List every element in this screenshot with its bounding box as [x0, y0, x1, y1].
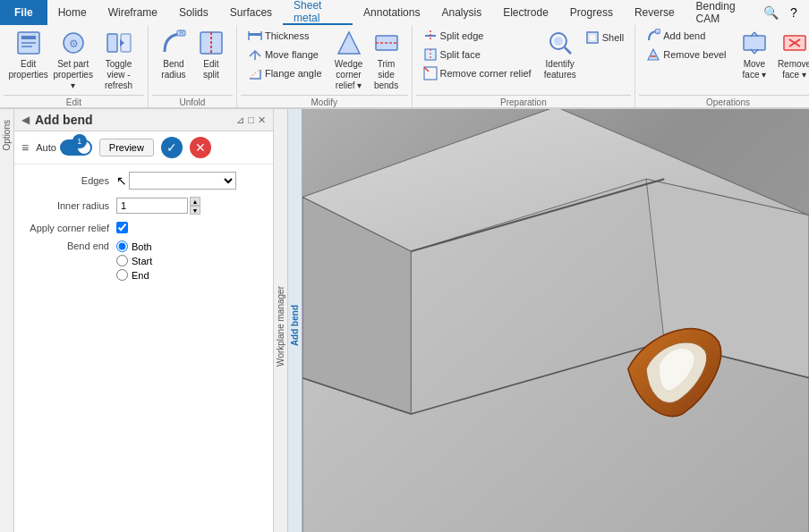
add-bend-sidebar-tab[interactable]: Add bend — [288, 109, 302, 532]
menu-progress[interactable]: Progress — [559, 0, 624, 25]
trim-side-bends-button[interactable]: Trim side bends — [369, 27, 404, 93]
bend-end-both-radio[interactable] — [116, 241, 128, 252]
apply-corner-relief-wrap — [116, 222, 128, 233]
bend-end-start-radio[interactable] — [116, 255, 128, 266]
remove-face-icon — [780, 29, 809, 57]
auto-label: Auto — [36, 142, 56, 153]
remove-face-button[interactable]: Remove face ▾ — [775, 27, 809, 82]
menu-reverse[interactable]: Reverse — [624, 0, 686, 25]
trim-side-bends-icon — [372, 29, 401, 57]
menu-surfaces[interactable]: Surfaces — [219, 0, 283, 25]
menu-annotations[interactable]: Annotations — [353, 0, 430, 25]
inner-radius-input[interactable] — [116, 198, 188, 214]
panel-pin-icon[interactable]: ⊿ — [236, 114, 244, 126]
menu-wireframe[interactable]: Wireframe — [98, 0, 168, 25]
move-flange-icon — [248, 47, 262, 62]
svg-marker-32 — [648, 49, 659, 60]
ribbon-right-icons: 🔍 ? — [762, 4, 809, 21]
shell-label: Shell — [602, 32, 624, 43]
split-edge-button[interactable]: Split edge — [420, 27, 535, 45]
ribbon-group-edit: Edit properties ⚙ Set part properties ▾ … — [0, 25, 149, 107]
bend-radius-label: Bend radius — [159, 59, 188, 80]
auto-toggle[interactable]: 1 — [60, 139, 92, 156]
edit-properties-label: Edit properties — [8, 59, 47, 80]
identify-features-label: Identify features — [544, 59, 576, 80]
wedge-corner-relief-button[interactable]: Wedge corner relief ▾ — [331, 27, 367, 93]
search-icon[interactable]: 🔍 — [762, 4, 779, 21]
menu-analysis[interactable]: Analysis — [430, 0, 492, 25]
hamburger-menu[interactable]: ≡ — [21, 140, 29, 155]
add-bend-ribbon-button[interactable]: + Add bend — [643, 27, 729, 45]
flange-angle-icon — [248, 66, 262, 80]
set-part-properties-button[interactable]: ⚙ Set part properties ▾ — [51, 27, 95, 93]
edges-field-row: Edges ↖ — [29, 172, 259, 190]
panel-back-icon[interactable]: ◀ — [21, 114, 30, 126]
add-bend-ribbon-label: Add bend — [663, 30, 705, 41]
move-face-label: Move face ▾ — [739, 59, 771, 80]
add-bend-sidebar-label: Add bend — [290, 305, 300, 346]
identify-features-button[interactable]: Identify features — [541, 27, 580, 82]
bend-end-end-radio[interactable] — [116, 269, 128, 281]
panel-fields: Edges ↖ Inner radius ▲ ▼ — [14, 165, 273, 288]
help-icon[interactable]: ? — [786, 4, 802, 21]
panel-close-icon[interactable]: ✕ — [258, 114, 266, 126]
svg-line-26 — [565, 47, 571, 54]
split-face-button[interactable]: Split face — [420, 46, 535, 63]
panel-expand-icon[interactable]: □ — [248, 114, 254, 126]
move-face-button[interactable]: Move face ▾ — [736, 27, 774, 82]
menu-electrode[interactable]: Electrode — [492, 0, 559, 25]
shell-button[interactable]: Shell — [582, 29, 627, 46]
edit-properties-button[interactable]: Edit properties — [7, 27, 49, 82]
menu-bendingcam[interactable]: Bending CAM — [686, 0, 762, 25]
ribbon: Edit properties ⚙ Set part properties ▾ … — [0, 25, 809, 109]
svg-rect-12 — [249, 33, 261, 36]
panel-header: ◀ Add bend ⊿ □ ✕ — [14, 109, 273, 131]
apply-corner-relief-row: Apply corner relief — [29, 222, 259, 233]
toggle-view-label: Toggle view - refresh — [100, 59, 137, 91]
bend-end-start-wrap: Start — [116, 255, 152, 266]
svg-marker-16 — [338, 32, 360, 54]
svg-text:⚙: ⚙ — [68, 38, 78, 50]
bend-end-row: Bend end Both Start End — [29, 241, 259, 281]
bend-end-both-wrap: Both — [116, 241, 152, 252]
spinner-down[interactable]: ▼ — [190, 206, 200, 215]
viewport[interactable] — [302, 109, 809, 532]
main-area: Options ◀ Add bend ⊿ □ ✕ ≡ Auto 1 — [0, 109, 809, 532]
svg-text:+: + — [657, 30, 660, 35]
cancel-button[interactable]: ✕ — [190, 137, 211, 158]
move-face-icon — [740, 29, 769, 57]
workplane-sidebar: Workplane manager — [274, 109, 288, 532]
shell-icon — [585, 30, 600, 45]
edit-split-button[interactable]: Edit split — [193, 27, 229, 82]
file-tab[interactable]: File — [0, 0, 47, 25]
menu-solids[interactable]: Solids — [168, 0, 219, 25]
unfold-group-label: Unfold — [152, 95, 233, 107]
thickness-icon — [248, 29, 262, 43]
confirm-button[interactable]: ✓ — [161, 137, 183, 158]
preview-button[interactable]: Preview — [99, 139, 154, 156]
apply-corner-relief-checkbox[interactable] — [116, 222, 128, 233]
ribbon-group-unfold: R Bend radius Edit split Unfold — [149, 25, 237, 107]
flange-angle-button[interactable]: Flange angle — [244, 64, 326, 82]
preparation-col-1: Split edge Split face Remove corner reli… — [420, 27, 535, 82]
bend-radius-button[interactable]: R Bend radius — [156, 27, 192, 82]
thickness-button[interactable]: Thickness — [244, 27, 326, 45]
remove-corner-relief-button[interactable]: Remove corner relief — [420, 64, 535, 82]
panel-controls: ⊿ □ ✕ — [236, 114, 266, 126]
menu-home[interactable]: Home — [47, 0, 98, 25]
move-flange-button[interactable]: Move flange — [244, 46, 326, 63]
svg-rect-6 — [107, 34, 117, 52]
wedge-corner-relief-icon — [335, 29, 363, 57]
remove-bevel-button[interactable]: Remove bevel — [643, 46, 729, 63]
menu-sheetmetal[interactable]: Sheet metal — [283, 0, 353, 25]
edges-select[interactable] — [129, 172, 236, 190]
set-part-properties-icon: ⚙ — [59, 29, 88, 57]
svg-rect-29 — [589, 34, 596, 41]
toggle-badge: 1 — [72, 134, 87, 148]
ribbon-group-operations: + Add bend Remove bevel Move face ▾ — [635, 25, 809, 107]
workplane-label[interactable]: Workplane manager — [276, 286, 285, 367]
edit-split-label: Edit split — [197, 59, 226, 80]
toggle-view-refresh-button[interactable]: Toggle view - refresh — [97, 27, 141, 93]
operations-col-1: + Add bend Remove bevel — [643, 27, 729, 63]
spinner-up[interactable]: ▲ — [190, 197, 200, 206]
